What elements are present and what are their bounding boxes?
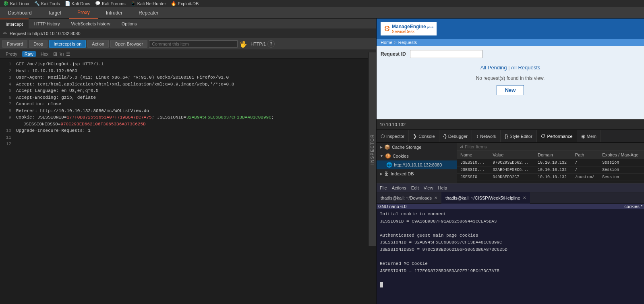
menu-edit[interactable]: Edit: [411, 185, 419, 190]
bookmark-kali-linux[interactable]: 🐉 Kali Linux: [3, 1, 29, 6]
request-id-input[interactable]: [410, 50, 482, 58]
help-button[interactable]: ?: [267, 40, 275, 48]
nav-intruder[interactable]: Intruder: [98, 7, 130, 19]
menu-icon[interactable]: ☰: [66, 51, 70, 57]
terminal-tab-downloads[interactable]: thadis@kali: ~/Downloads ✕: [377, 192, 441, 204]
bookmark-kali-nethunter[interactable]: 📱 Kali NetHunter: [130, 1, 166, 6]
tab-devtools-style-editor[interactable]: {} Style Editor: [501, 130, 536, 143]
burp-navbar: Dashboard Target Proxy Intruder Repeater: [0, 7, 644, 19]
request-path-bar: ✏ Request to http://10.10.10.132:8080: [0, 29, 376, 38]
open-browser-button[interactable]: Open Browser: [110, 40, 147, 48]
tab-devtools-inspector[interactable]: ⬡ Inspector: [377, 130, 409, 143]
code-line-7: Connection: close: [16, 101, 373, 108]
manage-engine-panel: ⚙ ManageEngine plus ServiceDesk Home > R…: [377, 19, 644, 119]
terminal-close-helpline[interactable]: ✕: [523, 196, 526, 200]
exploit-db-icon: 🔥: [171, 1, 176, 6]
format-raw[interactable]: Raw: [22, 51, 36, 57]
slash-icon[interactable]: \n: [60, 51, 64, 57]
tab-intercept[interactable]: Intercept: [0, 19, 29, 29]
tab-options[interactable]: Options: [116, 19, 143, 29]
format-hex[interactable]: Hex: [38, 51, 51, 57]
table-row[interactable]: JSESSIO040D8EDD2C710.10.10.132/custom/Se…: [457, 174, 644, 181]
code-line-2: Host: 10.10.10.132:8080: [16, 68, 373, 75]
menu-file[interactable]: File: [380, 185, 387, 190]
new-request-button[interactable]: New: [497, 85, 524, 95]
terminal-close-downloads[interactable]: ✕: [434, 196, 437, 200]
me-logo-icon: ⚙: [384, 24, 390, 33]
tree-cache-storage[interactable]: ▶ 📦 Cache Storage: [377, 143, 457, 152]
bookmark-kali-docs[interactable]: 📄 Kali Docs: [65, 1, 90, 6]
menu-actions[interactable]: Actions: [392, 185, 406, 190]
comment-input[interactable]: [149, 40, 238, 48]
burp-panel: Intercept HTTP history WebSockets histor…: [0, 19, 377, 304]
forward-button[interactable]: Forward: [2, 40, 27, 48]
col-name: Name: [457, 151, 489, 159]
code-line-12: [16, 141, 373, 148]
tree-cookies-host[interactable]: 🌐 http://10.10.10.132:8080: [377, 160, 457, 169]
tree-cookies[interactable]: ▼ 🍪 Cookies: [377, 152, 457, 160]
me-logo-plus: plus: [427, 25, 433, 29]
network-icon: ↕: [476, 133, 478, 139]
terminal-line: JSESSIONID = 32AB945F5EC6B88637CF13DA481…: [380, 239, 641, 246]
breadcrumb-home[interactable]: Home: [381, 40, 392, 45]
bookmark-kali-forums[interactable]: 💬 Kali Forums: [95, 1, 126, 6]
table-row[interactable]: JSESSIO...32AB945F5EC6...10.10.10.132/Se…: [457, 167, 644, 174]
terminal-line: Initial cookie to connect: [380, 211, 641, 218]
drop-button[interactable]: Drop: [29, 40, 48, 48]
terminal-line: Authenticated guest main page cookies: [380, 232, 641, 239]
code-line-6: Accept-Encoding: gzip, deflate: [16, 94, 373, 101]
me-logo: ⚙ ManageEngine plus ServiceDesk: [381, 22, 437, 35]
format-bar: Pretty Raw Hex ⊞ \n ☰: [0, 50, 376, 58]
all-pending-link[interactable]: All Pending: [480, 65, 507, 71]
burp-sub-tabs: Intercept HTTP history WebSockets histor…: [0, 19, 376, 29]
menu-view[interactable]: View: [424, 185, 433, 190]
intercept-on-button[interactable]: Intercept is on: [49, 40, 86, 48]
side-inspector: INSPECTOR: [368, 52, 376, 246]
storage-filter-bar: ⊿: [457, 143, 644, 151]
edit-icon: ✏: [3, 31, 7, 36]
devtools-address-bar: 10.10.10.132: [377, 119, 644, 130]
bookmark-kali-tools[interactable]: 🔧 Kali Tools: [34, 1, 60, 6]
terminal-menubar: File Actions Edit View Help: [377, 183, 644, 192]
storage-filter-input[interactable]: [465, 144, 642, 149]
kali-linux-icon: 🐉: [3, 1, 9, 6]
performance-icon: ⏱: [541, 133, 546, 139]
filter-links: All Pending | All Requests: [381, 61, 640, 74]
tree-indexed-db[interactable]: ▶ 🗄 Indexed DB: [377, 169, 457, 178]
inspector-icon: ⬡: [381, 133, 385, 139]
tab-devtools-console[interactable]: ❯ Console: [409, 130, 439, 143]
tab-devtools-debugger[interactable]: {} Debugger: [439, 130, 472, 143]
style-editor-icon: {}: [505, 133, 508, 139]
terminal-nano-bar: GNU nano 6.0 cookies *: [377, 204, 644, 209]
tab-devtools-performance[interactable]: ⏱ Performance: [537, 130, 577, 143]
code-line-3: User-Agent: Mozilla/5.0 (X11; Linux x86_…: [16, 74, 373, 81]
kali-tools-icon: 🔧: [34, 1, 40, 6]
me-breadcrumb: Home > Requests: [377, 39, 644, 46]
nav-target[interactable]: Target: [40, 7, 69, 19]
terminal-content[interactable]: Initial cookie to connectJESSIONID = C9A…: [377, 209, 644, 304]
tab-devtools-mem[interactable]: ◉ Mem: [577, 130, 601, 143]
kali-docs-icon: 📄: [65, 1, 70, 6]
me-header: ⚙ ManageEngine plus ServiceDesk: [377, 19, 644, 39]
nav-proxy[interactable]: Proxy: [69, 7, 98, 19]
all-requests-link[interactable]: All Requests: [511, 65, 540, 71]
tab-websockets-history[interactable]: WebSockets history: [66, 19, 116, 29]
request-content[interactable]: 12345 6789 101112 GET /mc/jsp/MCLogOut.j…: [0, 58, 376, 304]
nav-repeater[interactable]: Repeater: [130, 7, 166, 19]
host-icon: 🌐: [386, 162, 392, 168]
tab-devtools-network[interactable]: ↕ Network: [472, 130, 501, 143]
bookmark-exploit-db[interactable]: 🔥 Exploit-DB: [171, 1, 199, 6]
col-path: Path: [572, 151, 599, 159]
tab-http-history[interactable]: HTTP history: [29, 19, 66, 29]
tag-icon[interactable]: ⊞: [53, 51, 57, 57]
breadcrumb-requests: Requests: [398, 40, 417, 45]
menu-help[interactable]: Help: [438, 185, 447, 190]
filter-icon: ⊿: [460, 144, 463, 149]
code-line-8: Referer: http://10.10.10.132:8080/mc/WOL…: [16, 108, 373, 115]
terminal-tab-helpline[interactable]: thadis@kali: ~/CISSP/Week5/Helpline ✕: [441, 192, 530, 204]
table-row[interactable]: JSESSIO...970C293ED662...10.10.10.132/Se…: [457, 159, 644, 167]
nav-dashboard[interactable]: Dashboard: [0, 7, 40, 19]
format-pretty[interactable]: Pretty: [3, 51, 20, 57]
inspector-label: INSPECTOR: [370, 134, 375, 164]
action-button[interactable]: Action: [87, 40, 109, 48]
